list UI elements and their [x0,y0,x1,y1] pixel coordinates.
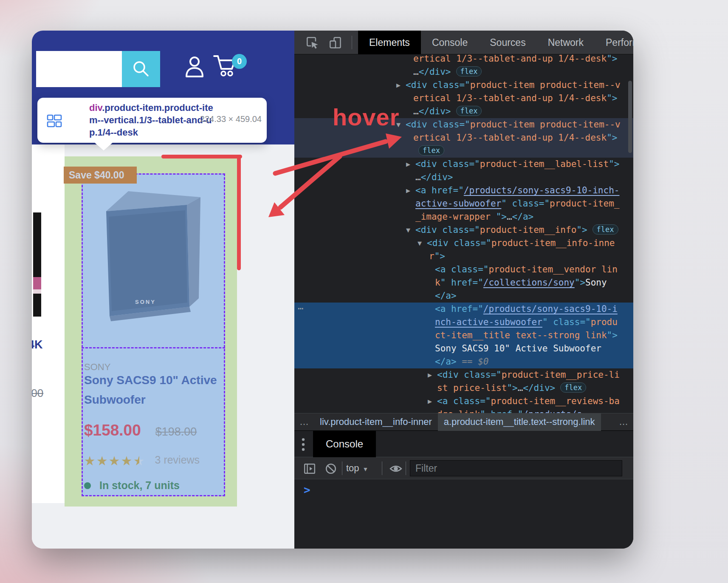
code-token: … [413,106,419,116]
account-icon[interactable] [184,55,205,78]
code-token: product-item__label-list [480,159,609,169]
code-line[interactable]: st price-list">…</div>flex [294,382,633,395]
code-line[interactable]: ▶<a href="/products/sony-sacs9-10-inch- [294,184,633,197]
code-token: /products/sony-sacs9-10-i [483,304,618,314]
expand-arrow-icon[interactable]: ▶ [406,158,410,171]
code-token: /products/s [523,409,582,413]
code-token: " href=" [480,409,523,413]
code-line[interactable]: ▶<a class="product-item__reviews-ba [294,395,633,408]
code-line[interactable]: </a> [294,289,633,303]
code-token: /products/sony-sacs9-10-inch- [464,185,620,195]
code-line[interactable]: ertical 1/3--tablet-and-up 1/4--desk"> [294,92,633,105]
code-line[interactable]: dge link" href="/products/s [294,408,633,413]
expand-arrow-icon[interactable]: ▶ [406,184,410,197]
flex-badge[interactable]: flex [456,106,482,116]
expand-arrow-icon[interactable]: ▶ [428,368,432,382]
selected-row-dots-icon[interactable]: ⋯ [298,302,304,315]
code-line[interactable]: ertical 1/3--tablet-and-up 1/4--desk"> [294,131,633,144]
collapse-arrow-icon[interactable]: ▼ [406,224,410,237]
collapse-arrow-icon[interactable]: ▼ [418,237,422,250]
tooltip-selector-tag: div [89,102,102,113]
chevron-down-icon: ▼ [363,466,369,473]
tab-network[interactable]: Network [537,31,595,54]
code-token: ertical 1/3--tablet-and-up 1/4--desk [413,93,607,103]
code-line[interactable]: ▶<div class="product-item product-item--… [294,79,633,92]
tooltip-tail [94,142,113,150]
flex-badge[interactable]: flex [456,66,482,76]
tab-console[interactable]: Console [421,31,479,54]
code-token: <a class=" [437,396,491,406]
code-line[interactable]: …</div> [294,171,633,184]
code-token: == [457,357,478,367]
console-drawer-tab[interactable]: Console [313,431,376,457]
flex-badge[interactable]: flex [418,145,444,156]
code-line[interactable]: ▶<div class="product-item__price-li [294,368,633,382]
inspect-tooltip: div.product-item.product-item--vertical.… [37,98,267,143]
product-image[interactable]: SONY [85,178,221,325]
breadcrumb-item[interactable]: liv.product-item__info-inner [314,413,438,431]
adjacent-product-title: 4K [32,338,43,351]
expand-arrow-icon[interactable]: ▶ [396,79,401,92]
code-line[interactable]: ▶<div class="product-item__label-list"> [294,158,633,171]
code-line[interactable]: ▼<div class="product-item__info-inne [294,237,633,250]
code-token: "> [607,54,617,64]
stock-label: In stock, 7 units [99,479,180,492]
console-sidebar-icon[interactable] [304,463,316,475]
code-token: nch-active-subwoofer [435,317,542,327]
code-line[interactable]: _image-wrapper ">…</a> [294,210,633,224]
clear-console-icon[interactable] [325,463,337,475]
product-image-brand-label: SONY [135,299,156,305]
drawer-menu-icon[interactable] [300,437,306,452]
star-full-icon: ★ [109,454,121,468]
eye-icon[interactable] [389,463,402,475]
expand-arrow-icon[interactable]: ▶ [428,395,432,408]
code-line[interactable]: ct-item__title text--strong link"> [294,329,633,342]
code-token: ct-item__title text--strong link [435,330,607,340]
flex-badge[interactable]: flex [560,382,586,393]
star-rating[interactable]: ★★★★★3 reviews [84,453,200,468]
console-output[interactable]: > [294,479,633,549]
console-filter-input[interactable] [410,460,622,476]
in-stock-dot-icon [84,482,91,489]
code-token: r [429,251,435,261]
code-line[interactable]: nch-active-subwoofer" class="produ [294,316,633,329]
code-token: " class=" [501,198,550,209]
code-token: "> [496,212,507,222]
code-line[interactable]: …</div>flex [294,105,633,118]
elements-scrollbar-thumb[interactable] [628,81,632,153]
code-line[interactable]: ⋯<a href="/products/sony-sacs9-10-i [294,303,633,316]
code-token: " href=" [440,277,483,288]
code-line[interactable]: </a> == $0 [294,355,633,368]
code-line[interactable]: …</div>flex [294,65,633,79]
console-toolbar: top▼ [294,457,633,479]
console-prompt: > [304,484,310,496]
code-line[interactable]: Sony SACS9 10" Active Subwoofer [294,342,633,355]
collapse-arrow-icon[interactable]: ▼ [396,118,401,131]
code-line[interactable]: r"> [294,250,633,263]
tab-performance[interactable]: Performance [595,31,633,54]
search-input[interactable] [36,51,122,87]
breadcrumb-overflow-right[interactable]: … [614,416,633,427]
browser-pane: 0 div.product-item.product-item--vertica… [32,31,294,549]
code-token: product-item__vendor lin [488,264,617,275]
code-line[interactable]: flex [294,144,633,158]
search-button[interactable] [122,51,160,87]
code-line[interactable]: ▼<div class="product-item__info">flex [294,224,633,237]
flex-badge[interactable]: flex [593,224,618,235]
code-line[interactable]: <a class="product-item__vendor lin [294,263,633,276]
code-line[interactable]: active-subwoofer" class="product-item_ [294,197,633,210]
adjacent-product-price: .00 [32,387,43,400]
code-line[interactable]: ▼<div class="product-item product-item--… [294,118,633,131]
product-title[interactable]: Sony SACS9 10" Active Subwoofer [84,371,220,410]
code-token: product-item_ [550,198,619,209]
code-line[interactable]: k" href="/collections/sony">Sony [294,276,633,289]
tab-sources[interactable]: Sources [479,31,536,54]
breadcrumb-item[interactable]: a.product-item__title.text--strong.link [438,413,601,431]
cart-count-badge: 0 [232,54,247,69]
execution-context-selector[interactable]: top▼ [346,457,368,479]
breadcrumb-overflow-left[interactable]: … [294,416,314,427]
reviews-count[interactable]: 3 reviews [155,454,200,466]
device-toolbar-icon[interactable] [329,37,342,49]
tab-elements[interactable]: Elements [358,31,421,54]
inspect-element-icon[interactable] [306,37,319,49]
